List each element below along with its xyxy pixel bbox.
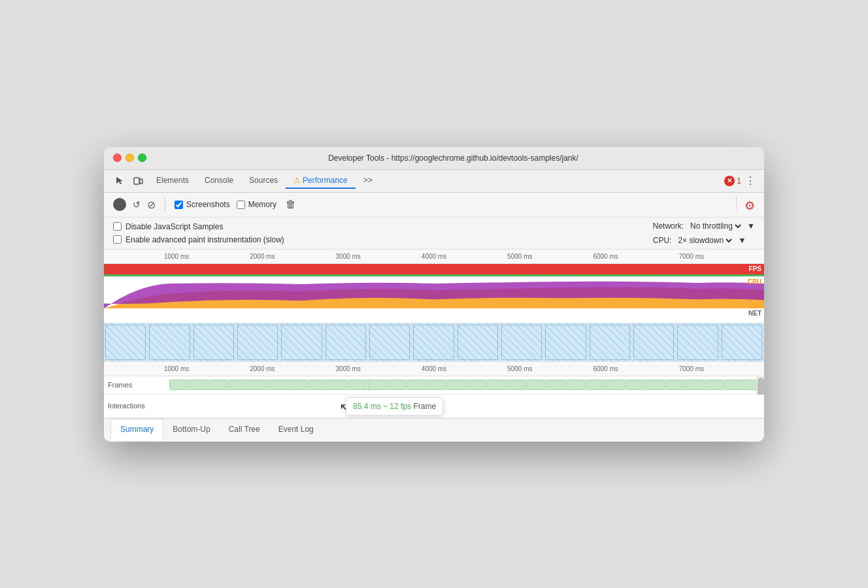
tab-event-log[interactable]: Event Log — [269, 419, 323, 440]
tooltip-frame-label: Frame — [413, 402, 436, 411]
network-select[interactable]: No throttling — [688, 221, 743, 231]
adv-paint-checkbox[interactable] — [113, 235, 122, 244]
frame-18 — [507, 380, 526, 390]
more-options-icon[interactable]: ⋮ — [745, 174, 756, 187]
scrollbar-v[interactable] — [756, 376, 764, 394]
memory-toggle[interactable]: Memory — [237, 200, 276, 209]
frame-22 — [586, 380, 605, 390]
net-label: NET — [748, 310, 761, 317]
frame-26 — [665, 380, 684, 390]
reload-button[interactable]: ↺ — [133, 199, 141, 210]
minimize-button[interactable] — [125, 154, 134, 162]
screenshot-9[interactable] — [456, 323, 500, 361]
tab-bottom-up[interactable]: Bottom-Up — [163, 419, 219, 440]
frame-17 — [487, 380, 506, 390]
screenshot-8[interactable] — [412, 323, 456, 361]
settings-button[interactable]: ⚙ — [744, 199, 755, 212]
disable-js-checkbox[interactable] — [113, 222, 122, 231]
clear-button[interactable]: ⊘ — [147, 199, 156, 211]
device-toolbar-icon[interactable] — [130, 173, 146, 189]
bottom-tabs: Summary Bottom-Up Call Tree Event Log — [104, 418, 764, 442]
error-badge[interactable]: ✕ 1 — [724, 176, 741, 186]
screenshot-6[interactable] — [324, 323, 368, 361]
options-bar: Disable JavaScript Samples Enable advanc… — [104, 218, 764, 250]
net-area: NET — [104, 308, 764, 323]
memory-label: Memory — [248, 200, 276, 209]
screenshot-15[interactable] — [720, 323, 764, 361]
time-6000: 6000 ms — [593, 253, 618, 260]
disable-js-label: Disable JavaScript Samples — [125, 222, 223, 231]
svg-rect-1 — [140, 179, 142, 184]
time2-5000: 5000 ms — [507, 365, 532, 372]
screenshot-3[interactable] — [192, 323, 236, 361]
interactions-label: Interactions — [104, 402, 169, 410]
frames-row: Frames — [104, 376, 764, 395]
option-left: Disable JavaScript Samples Enable advanc… — [113, 222, 284, 244]
tab-sources[interactable]: Sources — [241, 173, 286, 189]
record-button[interactable] — [113, 198, 126, 211]
traffic-lights — [113, 154, 146, 162]
time-ruler2: 1000 ms 2000 ms 3000 ms 4000 ms 5000 ms … — [104, 362, 764, 376]
tab-elements[interactable]: Elements — [148, 173, 197, 189]
delete-button[interactable]: 🗑 — [286, 199, 296, 210]
error-count: 1 — [737, 176, 741, 186]
frame-23 — [606, 380, 625, 390]
time2-6000: 6000 ms — [593, 365, 618, 372]
time-2000: 2000 ms — [250, 253, 275, 260]
tab-strip: Elements Console Sources ⚠Performance >> — [148, 173, 722, 189]
separator — [165, 198, 165, 211]
tab-performance[interactable]: ⚠Performance — [286, 173, 356, 189]
frame-11 — [368, 380, 387, 390]
tab-summary[interactable]: Summary — [110, 419, 163, 440]
frame-27 — [685, 380, 704, 390]
frame-8 — [309, 380, 327, 390]
time2-4000: 4000 ms — [422, 365, 446, 372]
frame-7 — [288, 380, 307, 390]
maximize-button[interactable] — [138, 154, 146, 162]
frame-9 — [328, 380, 347, 390]
screenshot-14[interactable] — [676, 323, 720, 361]
cpu-select[interactable]: 2× slowdown — [675, 235, 734, 246]
frame-25 — [646, 380, 665, 390]
close-button[interactable] — [113, 154, 122, 162]
screenshots-toggle[interactable]: Screenshots — [175, 200, 230, 209]
memory-checkbox[interactable] — [237, 201, 245, 209]
timeline-scroll-area[interactable]: 1000 ms 2000 ms 3000 ms 4000 ms 5000 ms … — [104, 250, 764, 418]
screenshot-11[interactable] — [544, 323, 588, 361]
adv-paint-label: Enable advanced paint instrumentation (s… — [125, 235, 284, 244]
frame-10 — [348, 380, 367, 390]
frame-16 — [467, 380, 486, 390]
ctrl-right: ⚙ — [733, 197, 755, 213]
screenshot-2[interactable] — [148, 323, 192, 361]
time-ruler: 1000 ms 2000 ms 3000 ms 4000 ms 5000 ms … — [104, 250, 764, 264]
screenshot-10[interactable] — [500, 323, 544, 361]
time-4000: 4000 ms — [422, 253, 446, 260]
tab-call-tree[interactable]: Call Tree — [220, 419, 269, 440]
frame-3 — [209, 380, 228, 390]
frame-tooltip: 85.4 ms ~ 12 fps Frame — [346, 397, 443, 416]
frame-13 — [407, 380, 426, 390]
network-row: Network: No throttling ▼ — [653, 221, 755, 231]
cpu-chart-area: CPU — [104, 277, 764, 308]
time-5000: 5000 ms — [507, 253, 532, 260]
separator2 — [736, 197, 737, 210]
frame-21 — [566, 380, 585, 390]
frame-14 — [427, 380, 446, 390]
screenshot-12[interactable] — [588, 323, 632, 361]
screenshot-5[interactable] — [280, 323, 324, 361]
window-title: Developer Tools - https://googlechrome.g… — [152, 154, 755, 163]
timeline-wrapper: 1000 ms 2000 ms 3000 ms 4000 ms 5000 ms … — [104, 250, 764, 418]
option-right: Network: No throttling ▼ CPU: 2× slowdow… — [653, 221, 755, 246]
chart-area: FPS CPU NET — [104, 264, 764, 323]
tab-console[interactable]: Console — [197, 173, 241, 189]
fps-label: FPS — [749, 265, 761, 272]
inspect-icon[interactable] — [112, 173, 127, 189]
time-7000: 7000 ms — [679, 253, 704, 260]
screenshot-13[interactable] — [632, 323, 676, 361]
screenshot-1[interactable] — [104, 323, 148, 361]
screenshot-7[interactable] — [368, 323, 412, 361]
tab-more[interactable]: >> — [356, 173, 380, 189]
screenshot-4[interactable] — [236, 323, 280, 361]
screenshots-checkbox[interactable] — [175, 201, 183, 209]
time2-1000: 1000 ms — [164, 365, 189, 372]
